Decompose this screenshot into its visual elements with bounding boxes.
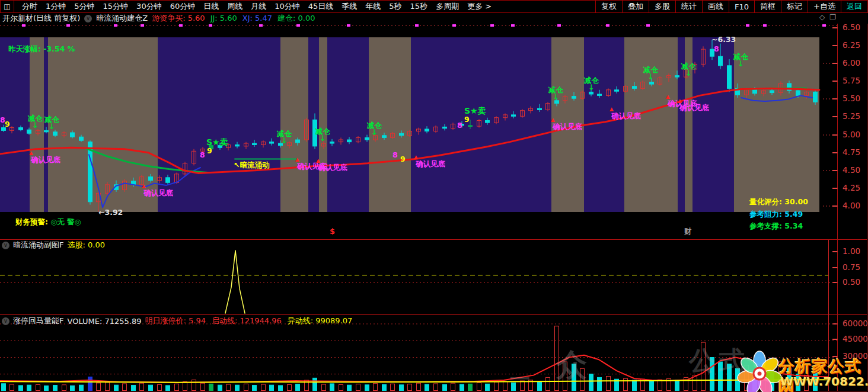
period-tab-12[interactable]: 年线 [361, 1, 385, 12]
split-window-icon[interactable]: ◫ [1, 1, 14, 12]
price-tick-label: 4.00 [843, 201, 860, 210]
signal-bottom-confirm: ▲确认见底 [611, 112, 641, 120]
period-tab-1[interactable]: 1分钟 [42, 1, 70, 12]
price-tick-label: 4.50 [843, 166, 860, 175]
signal-bottom-confirm: ▲确认见底 [416, 160, 445, 168]
price-tick-label: 6.00 [843, 59, 860, 68]
volume-tick-label: 60000 [843, 319, 868, 328]
period-tab-8[interactable]: 月线 [247, 1, 270, 12]
signal-reduce-position: 减仓↓ [277, 130, 292, 145]
signal-reduce-position: 减仓↓ [367, 121, 382, 137]
period-tab-6[interactable]: 日线 [199, 1, 223, 12]
tool-menu-2[interactable]: 多股 [649, 1, 675, 12]
tool-menu-1[interactable]: 叠加 [622, 1, 649, 12]
panel3-header: ∨ 涨停回马量能F VOLUME: 71255.89 明日涨停价: 5.94启动… [2, 316, 358, 326]
ghost-watermark: 一 [510, 366, 530, 392]
undercurrent-label: ↖暗流涌动 [234, 161, 269, 169]
period-tab-0[interactable]: 分时 [18, 1, 42, 12]
period-tab-14[interactable]: 15秒 [406, 1, 432, 12]
count-8-label: 8 [457, 121, 462, 130]
finance-warning: 财务预警: ◎无 警◎ [15, 218, 81, 226]
signal-bottom-confirm: ▲确认见底 [318, 163, 347, 172]
indicator-values: 游资争买: 5.60JJ: 5.60XJ: 5.47建仓: 0.00 [152, 13, 320, 24]
price-tick-label: 5.50 [843, 94, 860, 103]
tool-menu-0[interactable]: 复权 [595, 1, 622, 12]
resistance-ref: 参考阻力: 5.49 [749, 210, 803, 219]
signal-bottom-confirm: ▲确认见底 [31, 156, 60, 164]
signal-reduce-position: 减仓↓ [315, 127, 330, 143]
low-price-annotation: ←3.92 [98, 208, 123, 217]
tool-menu-9[interactable]: 返回 [841, 1, 867, 12]
signal-bottom-confirm: ▲确认见底 [143, 189, 173, 197]
count-8-label: 8 [714, 45, 719, 53]
price-tick-label: 5.25 [843, 112, 860, 121]
tool-menu-4[interactable]: 画线 [702, 1, 729, 12]
title-value-2: XJ: 5.47 [242, 14, 272, 23]
chevron-down-icon[interactable]: ∨ [84, 15, 92, 23]
period-tabs: 分时1分钟5分钟15分钟30分钟60分钟日线周线月线10分钟45日线季线年线5秒… [14, 1, 496, 12]
period-tab-15[interactable]: 多周期 [432, 1, 463, 12]
window-icon[interactable]: ❐ [829, 13, 836, 21]
signal-reduce-position: 减仓↓ [548, 86, 563, 101]
title-bar: 开尔新材(日线 前复权) ∨ 暗流涌动建仓Z 游资争买: 5.60JJ: 5.6… [0, 13, 868, 24]
period-tab-2[interactable]: 5分钟 [70, 1, 98, 12]
select-readout: 选股: 0.00 [67, 240, 104, 250]
period-tab-10[interactable]: 45日线 [304, 1, 338, 12]
tool-menu: 复权叠加多股统计画线F10简框标记+自选返回 [595, 1, 867, 12]
collapse-icon[interactable]: ∨ [2, 242, 9, 249]
diamond-icon[interactable]: ◇ [819, 13, 825, 21]
price-tick-label: 5.00 [843, 130, 860, 139]
collapse-icon[interactable]: ∨ [2, 317, 9, 325]
ghost-watermark: 众 [556, 345, 587, 386]
period-tab-4[interactable]: 30分钟 [132, 1, 166, 12]
signal-reduce-position: 减仓↓ [584, 76, 599, 92]
watermark-site-url: WWW.70822.COM [780, 374, 868, 388]
quant-score: 量化评分: 30.00 [749, 198, 808, 206]
signal-bottom-confirm: ▲确认见底 [553, 123, 582, 131]
tool-menu-6[interactable]: 简框 [754, 1, 781, 12]
count-9-label: 9 [400, 155, 406, 163]
chart-canvas[interactable] [0, 24, 868, 392]
tool-menu-3[interactable]: 统计 [675, 1, 702, 12]
count-8-label: 8 [392, 151, 398, 159]
count-9-label: 9 [464, 115, 470, 124]
signal-reduce-position: 减仓↓ [643, 66, 658, 81]
site-logo-flower [736, 351, 783, 392]
period-tab-7[interactable]: 周线 [223, 1, 247, 12]
panel2-header: ∨ 暗流涌动副图F 选股: 0.00 [2, 240, 105, 250]
price-tick-label: 4.75 [843, 148, 860, 157]
period-tab-11[interactable]: 季线 [337, 1, 361, 12]
price-tick-label: 5.75 [843, 76, 860, 85]
signal-reduce-position: 减仓↓ [681, 62, 696, 78]
price-tick-label: 6.50 [843, 23, 860, 32]
stock-app-window: ◫ 分时1分钟5分钟15分钟30分钟60分钟日线周线月线10分钟45日线季线年线… [0, 0, 868, 392]
stock-title: 开尔新材(日线 前复权) [2, 13, 80, 24]
high-price-annotation: ~6.33 [711, 36, 736, 44]
signal-reduce-position: 减仓↓ [733, 53, 748, 68]
title-value-1: JJ: 5.60 [210, 14, 237, 23]
period-tab-3[interactable]: 15分钟 [99, 1, 133, 12]
yesterday-change: 昨天涨幅: -3.54 % [8, 45, 75, 53]
period-tab-5[interactable]: 60分钟 [166, 1, 200, 12]
panel3-values: 明日涨停价: 5.94启动线: 121944.96异动线: 99089.07 [145, 316, 358, 326]
signal-bottom-confirm: ▲确认见底 [679, 104, 709, 112]
price-tick-label: 6.25 [843, 41, 860, 50]
period-tab-9[interactable]: 10分钟 [270, 1, 304, 12]
panel2-tick-label: 1.00 [843, 247, 860, 256]
tool-menu-5[interactable]: F10 [729, 1, 754, 12]
tool-menu-8[interactable]: +自选 [808, 1, 841, 12]
period-tab-13[interactable]: 5秒 [385, 1, 406, 12]
signal-reduce-position: 减仓↓ [44, 115, 59, 131]
signal-reduce-position: 减仓↓ [28, 114, 43, 130]
tool-menu-7[interactable]: 标记 [781, 1, 808, 12]
period-tab-16[interactable]: 更多 > [463, 1, 496, 12]
volume-readout: VOLUME: 71255.89 [67, 317, 141, 326]
indicator-name: 暗流涌动建仓Z [96, 13, 148, 24]
panel3-value-2: 异动线: 99089.07 [288, 316, 353, 325]
count-9-label: 9 [5, 120, 10, 128]
panel3-name: 涨停回马量能F [13, 316, 63, 326]
count-9-label: 9 [207, 147, 212, 155]
support-ref: 参考支撑: 5.34 [749, 222, 803, 230]
volume-tick-label: 45000 [843, 335, 868, 343]
count-8-label: 8 [200, 151, 205, 159]
